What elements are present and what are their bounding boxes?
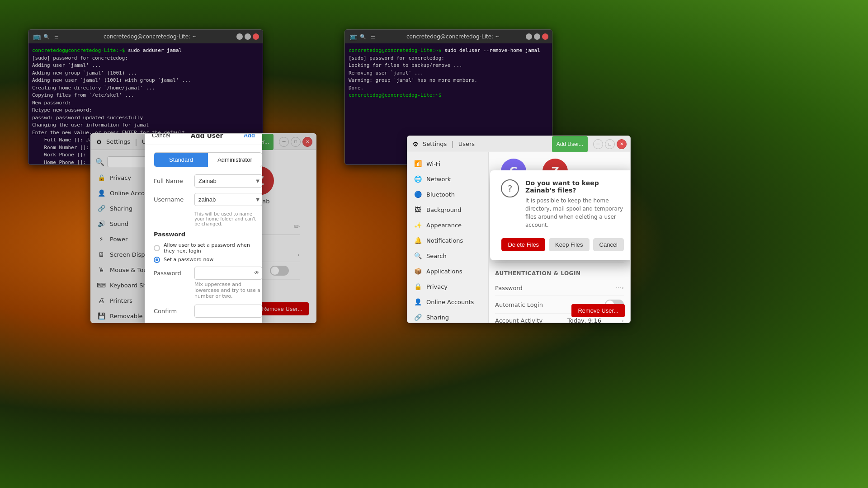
terminal-body-right: concretedog@concretedog-Lite:~$ sudo del… [345, 43, 552, 103]
settings-icon-right: ⚙ [411, 140, 420, 149]
confirm-title: Do you want to keep Zainab's files? [525, 179, 624, 194]
dialog-titlebar: Cancel Add User Add [145, 133, 262, 145]
password-toggle-icon[interactable]: 👁 [254, 270, 259, 276]
online-accounts-icon-right: 👤 [414, 298, 422, 306]
full-name-arrow: ▼ [256, 178, 259, 183]
network-icon: 🌐 [414, 175, 422, 183]
password-label-dialog: Password [154, 270, 190, 277]
sidebar-item-privacy-right[interactable]: 🔒 Privacy [407, 279, 488, 294]
dialog-cancel-btn[interactable]: Cancel [152, 133, 170, 139]
sidebar-item-network[interactable]: 🌐 Network [407, 171, 488, 187]
maximize-btn-t2[interactable] [534, 33, 540, 40]
administrator-btn[interactable]: Administrator [208, 153, 262, 167]
terminal-title-right: concretedog@concretedog-Lite: ~ [382, 33, 524, 40]
sidebar-item-bluetooth[interactable]: 🔵 Bluetooth [407, 187, 488, 202]
confirm-label: Confirm [154, 308, 190, 314]
maximize-btn-t1[interactable] [245, 33, 251, 40]
terminal-titlebar-left: 📺 🔍 ☰ concretedog@concretedog-Lite: ~ [28, 30, 263, 43]
sidebar-item-search[interactable]: 🔍 Search [407, 248, 488, 263]
settings-body-right: 📶 Wi-Fi 🌐 Network 🔵 Bluetooth 🖼 Backgrou… [407, 152, 630, 323]
appearance-icon: ✨ [414, 221, 422, 229]
account-type-toggle: Standard Administrator [154, 152, 262, 167]
radio-option-1[interactable]: Allow user to set a password when they n… [154, 242, 262, 254]
full-name-input[interactable] [194, 174, 262, 188]
keep-files-btn[interactable]: Keep Files [549, 238, 589, 251]
delete-files-btn[interactable]: Delete Files [501, 238, 545, 251]
minimize-btn-t1[interactable] [236, 33, 243, 40]
sidebar-item-sharing-right[interactable]: 🔗 Sharing [407, 310, 488, 323]
confirm-cancel-btn[interactable]: Cancel [593, 238, 624, 251]
full-name-row: Full Name ▼ [154, 174, 262, 188]
password-section-title: Password [154, 231, 262, 238]
menu-icon[interactable]: ☰ [53, 33, 60, 40]
sidebar-item-notifications[interactable]: 🔔 Notifications [407, 233, 488, 248]
applications-label: Applications [426, 268, 462, 275]
search-icon[interactable]: 🔍 [43, 33, 50, 40]
password-hint: Mix uppercase and lowercase and try to u… [194, 282, 262, 299]
confirm-question-icon: ? [501, 179, 519, 197]
full-name-input-wrap: ▼ [194, 174, 262, 188]
search-icon-r[interactable]: 🔍 [359, 33, 367, 40]
separator-right: | [451, 140, 453, 148]
sidebar-item-applications[interactable]: 📦 Applications [407, 263, 488, 279]
radio-option-2[interactable]: Set a password now [154, 257, 262, 263]
menu-icon-r[interactable]: ☰ [369, 33, 377, 40]
wifi-icon: 📶 [414, 160, 422, 168]
username-row: Username ▼ [154, 193, 262, 206]
account-activity-label: Account Activity [495, 317, 567, 323]
terminal-title-left: concretedog@concretedog-Lite: ~ [66, 33, 235, 40]
close-settings-right[interactable]: ✕ [617, 139, 627, 149]
password-input-wrap: 👁 [194, 267, 262, 280]
dialog-title: Add User [170, 133, 243, 139]
bluetooth-label: Bluetooth [426, 191, 455, 198]
maximize-settings-right[interactable]: □ [605, 139, 615, 149]
confirm-input[interactable] [194, 305, 262, 318]
close-btn-t1[interactable] [253, 33, 259, 40]
settings-sidebar-right: 📶 Wi-Fi 🌐 Network 🔵 Bluetooth 🖼 Backgrou… [407, 152, 489, 323]
account-activity-value: Today, 9:16 [567, 317, 622, 323]
username-input[interactable] [194, 193, 262, 206]
confirm-row: Confirm [154, 305, 262, 318]
network-label: Network [426, 176, 451, 183]
password-dots-btn[interactable]: ··· [616, 284, 622, 292]
sidebar-item-appearance[interactable]: ✨ Appearance [407, 217, 488, 233]
confirm-dialog: ? Do you want to keep Zainab's files? It… [490, 170, 630, 260]
remove-user-btn-right[interactable]: Remove User... [571, 304, 625, 317]
account-activity-chevron[interactable]: › [622, 318, 624, 323]
terminal-titlebar-right: 📺 🔍 ☰ concretedog@concretedog-Lite: ~ [345, 30, 552, 43]
settings-label-right: Settings [423, 141, 447, 147]
confirm-text-block: Do you want to keep Zainab's files? It i… [525, 179, 624, 229]
settings-titlebar-right-items: ⚙ Settings | Users [411, 140, 475, 149]
radio-btn-2 [154, 257, 160, 263]
full-name-label: Full Name [154, 178, 190, 184]
applications-icon: 📦 [414, 267, 422, 275]
add-user-dialog: Cancel Add User Add Standard Administrat… [145, 133, 262, 323]
dialog-add-btn[interactable]: Add [244, 133, 255, 139]
appearance-label: Appearance [426, 222, 462, 229]
settings-controls-right: ─ □ ✕ [593, 139, 627, 149]
terminal-icon-right: 📺 [349, 32, 358, 41]
username-hint: This will be used to name your home fold… [194, 211, 262, 226]
add-user-overlay: Cancel Add User Add Standard Administrat… [91, 134, 316, 323]
sidebar-item-online-accounts-right[interactable]: 👤 Online Accounts [407, 294, 488, 310]
notifications-icon: 🔔 [414, 236, 422, 244]
search-label: Search [426, 253, 447, 259]
minimize-btn-t2[interactable] [526, 33, 532, 40]
sidebar-item-wifi[interactable]: 📶 Wi-Fi [407, 156, 488, 171]
standard-btn[interactable]: Standard [154, 153, 208, 167]
titlebar-icons-right: 🔍 ☰ [359, 33, 377, 40]
password-chevron[interactable]: › [622, 285, 624, 291]
password-input[interactable] [194, 267, 262, 280]
background-icon: 🖼 [414, 206, 422, 214]
add-user-btn-right[interactable]: Add User... [552, 136, 588, 152]
users-label-right: Users [458, 141, 475, 147]
notifications-label: Notifications [426, 237, 463, 244]
close-btn-t2[interactable] [542, 33, 548, 40]
username-label: Username [154, 196, 190, 203]
confirm-dialog-header: ? Do you want to keep Zainab's files? It… [501, 179, 624, 229]
sharing-icon-right: 🔗 [414, 313, 422, 321]
remove-user-wrap-right: Remove User... [571, 304, 625, 317]
sidebar-item-background[interactable]: 🖼 Background [407, 202, 488, 217]
minimize-settings-right[interactable]: ─ [593, 139, 603, 149]
wifi-label: Wi-Fi [426, 160, 440, 167]
